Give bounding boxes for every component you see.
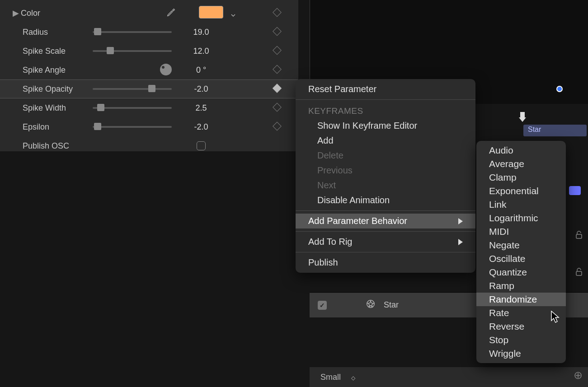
behavior-randomize[interactable]: Randomize — [476, 293, 566, 306]
behavior-midi[interactable]: MIDI — [476, 225, 566, 238]
chevron-down-icon[interactable] — [230, 11, 236, 20]
param-label-spike-opacity: Spike Opacity — [23, 84, 93, 94]
menu-separator — [296, 231, 475, 232]
behavior-reverse[interactable]: Reverse — [476, 320, 566, 333]
param-label-color: Color — [21, 9, 91, 18]
param-label-epsilon: Epsilon — [23, 122, 93, 132]
param-row-color: ▶ Color — [0, 4, 298, 23]
layer-name-star[interactable]: Star — [384, 300, 399, 310]
behavior-quantize[interactable]: Quantize — [476, 266, 566, 279]
menu-reset-parameter[interactable]: Reset Parameter — [296, 82, 475, 97]
add-plus-icon[interactable]: ⊕ — [574, 369, 583, 382]
menu-add-to-rig[interactable]: Add To Rig — [296, 234, 475, 249]
menu-show-in-keyframe-editor[interactable]: Show In Keyframe Editor — [296, 118, 475, 133]
param-label-spike-width: Spike Width — [23, 103, 93, 113]
unlock-icon[interactable] — [574, 266, 584, 275]
menu-next: Next — [296, 178, 475, 193]
behavior-audio[interactable]: Audio — [476, 144, 566, 157]
param-label-radius: Radius — [23, 28, 93, 37]
eyedropper-icon[interactable] — [166, 7, 176, 19]
menu-publish[interactable]: Publish — [296, 255, 475, 270]
menu-separator — [296, 210, 475, 211]
menu-previous: Previous — [296, 163, 475, 178]
value-spike-opacity[interactable]: -2.0 — [181, 84, 221, 94]
disclosure-triangle-icon[interactable]: ▶ — [13, 8, 21, 18]
value-spike-scale[interactable]: 12.0 — [181, 47, 221, 56]
value-spike-width[interactable]: 2.5 — [181, 103, 221, 113]
menu-disable-animation[interactable]: Disable Animation — [296, 193, 475, 208]
param-row-spike-width: Spike Width 2.5 — [0, 98, 298, 117]
bezier-handle-icon[interactable] — [556, 86, 563, 92]
behavior-exponential[interactable]: Exponential — [476, 184, 566, 198]
behavior-oscillate[interactable]: Oscillate — [476, 252, 566, 266]
param-label-publish-osc: Publish OSC — [23, 141, 93, 151]
param-row-spike-angle: Spike Angle 0 ° — [0, 61, 298, 79]
behavior-submenu: AudioAverageClampExponentialLinkLogarith… — [476, 141, 566, 363]
footer-bar: Small ◇ — [310, 367, 588, 387]
color-well[interactable] — [199, 6, 223, 19]
checkbox-publish-osc[interactable] — [197, 141, 206, 150]
playhead-icon[interactable] — [519, 112, 526, 123]
behavior-ramp[interactable]: Ramp — [476, 279, 566, 293]
footer-size-popup[interactable]: Small ◇ — [320, 373, 355, 382]
behavior-link[interactable]: Link — [476, 198, 566, 211]
region-badge-icon — [569, 186, 581, 195]
behavior-stop[interactable]: Stop — [476, 333, 566, 347]
menu-keyframes-header: KEYFRAMES — [296, 103, 475, 118]
submenu-arrow-icon — [458, 218, 463, 224]
param-row-epsilon: Epsilon -2.0 — [0, 117, 298, 136]
keyframe-diamond-icon[interactable] — [274, 28, 280, 37]
param-label-spike-scale: Spike Scale — [23, 47, 93, 56]
value-radius[interactable]: 19.0 — [181, 28, 221, 37]
menu-separator — [296, 252, 475, 252]
keyframe-diamond-icon[interactable] — [274, 65, 280, 75]
menu-separator — [296, 99, 475, 100]
timeline-region-star[interactable]: Star — [523, 125, 587, 136]
slider-spike-scale[interactable] — [93, 50, 172, 52]
keyframe-diamond-icon[interactable] — [274, 84, 280, 94]
keyframe-diamond-icon[interactable] — [274, 103, 280, 113]
svg-rect-1 — [576, 271, 582, 275]
slider-spike-width[interactable] — [93, 107, 172, 109]
layer-visibility-checkbox[interactable] — [318, 301, 327, 310]
slider-radius[interactable] — [93, 31, 172, 33]
param-row-radius: Radius 19.0 — [0, 23, 298, 42]
param-label-spike-angle: Spike Angle — [23, 65, 93, 75]
behavior-rate[interactable]: Rate — [476, 306, 566, 320]
param-row-publish-osc: Publish OSC — [0, 136, 298, 155]
value-epsilon[interactable]: -2.0 — [181, 122, 221, 132]
slider-spike-opacity[interactable] — [93, 88, 172, 90]
inspector-panel: ▶ Color Radius 19.0 Spike Scale 12.0 Spi… — [0, 0, 298, 151]
parameter-context-menu: Reset Parameter KEYFRAMES Show In Keyfra… — [296, 79, 475, 273]
param-row-spike-opacity[interactable]: Spike Opacity -2.0 — [0, 79, 298, 98]
behavior-clamp[interactable]: Clamp — [476, 171, 566, 184]
svg-rect-0 — [576, 234, 582, 238]
param-row-spike-scale: Spike Scale 12.0 — [0, 42, 298, 61]
star-shape-icon — [366, 299, 376, 311]
keyframe-diamond-icon[interactable] — [274, 122, 280, 132]
behavior-average[interactable]: Average — [476, 157, 566, 171]
menu-add-parameter-behavior[interactable]: Add Parameter Behavior — [296, 214, 475, 228]
value-spike-angle[interactable]: 0 ° — [181, 65, 221, 75]
popup-caret-icon: ◇ — [351, 375, 355, 381]
unlock-icon[interactable] — [574, 229, 584, 238]
behavior-wriggle[interactable]: Wriggle — [476, 347, 566, 360]
dial-spike-angle[interactable] — [93, 65, 172, 75]
submenu-arrow-icon — [458, 239, 463, 245]
keyframe-diamond-icon[interactable] — [274, 47, 280, 56]
behavior-negate[interactable]: Negate — [476, 238, 566, 252]
slider-epsilon[interactable] — [93, 126, 172, 128]
menu-delete: Delete — [296, 148, 475, 163]
behavior-logarithmic[interactable]: Logarithmic — [476, 211, 566, 225]
keyframe-diamond-icon[interactable] — [274, 9, 280, 18]
menu-add[interactable]: Add — [296, 133, 475, 148]
